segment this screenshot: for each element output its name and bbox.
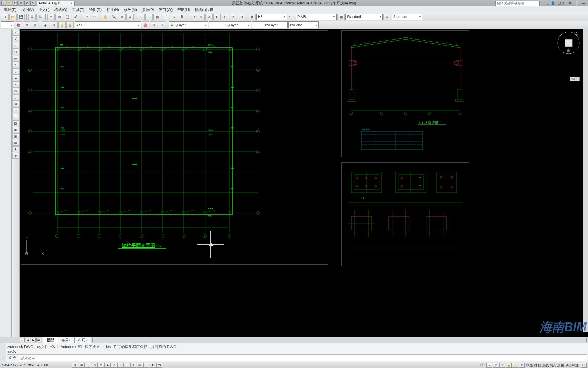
- otrack-toggle-icon[interactable]: ∠: [111, 363, 117, 368]
- layer-filter-combo[interactable]: ▾: [1, 21, 14, 28]
- layer-tools-icon[interactable]: ⊕: [31, 21, 38, 28]
- grid-toggle-icon[interactable]: ▦: [79, 363, 85, 368]
- text-style-combo[interactable]: HZ▾: [256, 14, 287, 20]
- polar-toggle-icon[interactable]: ⊕: [92, 363, 98, 368]
- tool-plot-icon[interactable]: 🖶: [28, 14, 36, 20]
- tool-dim7-icon[interactable]: ⊕: [238, 14, 245, 20]
- dim-style-combo[interactable]: DIMB▾: [296, 14, 337, 20]
- pline-icon[interactable]: ⟋: [12, 43, 19, 49]
- layer-prop-icon[interactable]: 📚: [15, 21, 22, 28]
- tool-zoomprev-icon[interactable]: ↺: [126, 14, 134, 20]
- tab-next-icon[interactable]: ▶: [31, 338, 36, 342]
- ellipse-icon[interactable]: ⬭: [12, 88, 19, 94]
- help-icon[interactable]: ❔: [574, 1, 580, 6]
- undo-icon[interactable]: ↶: [24, 1, 29, 6]
- tool-text-icon[interactable]: A: [249, 14, 256, 20]
- dyn-toggle-icon[interactable]: +: [124, 363, 130, 368]
- snap-toggle-icon[interactable]: ⊞: [72, 363, 78, 368]
- layer-match-icon[interactable]: ⚐: [158, 21, 165, 28]
- tool-dim4-icon[interactable]: ◐: [213, 14, 221, 20]
- tab-first-icon[interactable]: ⏮: [20, 338, 25, 342]
- status-scale[interactable]: 1:1: [478, 363, 486, 367]
- region-icon[interactable]: ▣: [12, 133, 19, 139]
- annoscale-icon[interactable]: ⚖: [493, 363, 499, 368]
- tool-preview-icon[interactable]: 🔍: [36, 14, 44, 20]
- tool-dim3-icon[interactable]: ⟳: [205, 14, 213, 20]
- arc-icon[interactable]: ◜: [12, 62, 19, 68]
- 3dosnap-toggle-icon[interactable]: ◈: [104, 363, 111, 368]
- plotstyle-combo[interactable]: ByColor▾: [288, 21, 319, 28]
- tool-open-icon[interactable]: 📂: [9, 14, 17, 20]
- minimize-icon[interactable]: —: [581, 1, 587, 6]
- tpy-toggle-icon[interactable]: ▤: [137, 363, 143, 368]
- menu-edit[interactable]: 编辑(E): [2, 7, 19, 13]
- layer-iso-icon[interactable]: ◈: [42, 21, 49, 28]
- layer-off-icon[interactable]: 💡: [58, 21, 66, 28]
- menu-draw[interactable]: 绘图(D): [87, 7, 104, 13]
- redo-icon[interactable]: ↷: [30, 1, 35, 6]
- coordinates[interactable]: :935620.22, -3727851.84, 0.00: [1, 363, 69, 367]
- line-icon[interactable]: ╱: [12, 30, 19, 36]
- osnap-toggle-icon[interactable]: ◻: [98, 363, 104, 368]
- color-combo[interactable]: ■ ByLayer▾: [169, 21, 208, 28]
- search-icon[interactable]: 🔍: [543, 1, 549, 6]
- tool-undo-icon[interactable]: ↶: [83, 14, 90, 20]
- am-toggle-icon[interactable]: 🗔: [156, 363, 162, 368]
- lwt-toggle-icon[interactable]: ≡: [130, 363, 136, 368]
- menu-help[interactable]: 帮助(H): [175, 7, 192, 13]
- mtext-icon[interactable]: A: [12, 146, 19, 152]
- tool-dim5-icon[interactable]: ⊙: [222, 14, 229, 20]
- wcs-badge[interactable]: WCS: [570, 77, 580, 81]
- tool-copy-icon[interactable]: ⧉: [55, 14, 63, 20]
- point-icon[interactable]: ·: [12, 114, 19, 120]
- tool-dim6-icon[interactable]: ∠: [230, 14, 237, 20]
- isolate-icon[interactable]: ◎: [519, 363, 525, 368]
- layer-combo[interactable]: ■ SEE▾: [75, 21, 141, 28]
- viewcube[interactable]: 南: [557, 31, 581, 55]
- ellarc-icon[interactable]: ◟: [12, 94, 19, 101]
- tool-dim-icon[interactable]: ⟷: [189, 14, 196, 20]
- menu-window[interactable]: 窗口(W): [157, 7, 175, 13]
- menu-insert[interactable]: 插入(I): [36, 7, 51, 13]
- menu-format[interactable]: 格式(O): [52, 7, 69, 13]
- tool-sheet-icon[interactable]: 📄: [162, 14, 169, 20]
- ml-style-combo[interactable]: Standard▾: [392, 14, 422, 20]
- hatch-icon[interactable]: ▨: [12, 120, 19, 126]
- tab-layout2[interactable]: 布局2: [74, 337, 91, 343]
- scale-dropdown-icon[interactable]: ▾: [486, 363, 492, 368]
- search-input[interactable]: [495, 1, 540, 6]
- gradient-icon[interactable]: ◐: [12, 127, 19, 133]
- lock-ui-icon[interactable]: 🔒: [506, 363, 512, 368]
- tool-table-icon[interactable]: ▦: [337, 14, 345, 20]
- exchange-icon[interactable]: ✕: [567, 1, 573, 6]
- tool-zoomwin-icon[interactable]: ⧈: [118, 14, 126, 20]
- open-icon[interactable]: 📂: [7, 1, 12, 6]
- login-label[interactable]: 登录: [557, 1, 566, 6]
- workspace-selector[interactable]: AutoCAD 经典 ▾: [37, 1, 75, 6]
- tool-prop-icon[interactable]: ☰: [137, 14, 145, 20]
- sc-toggle-icon[interactable]: ◐: [150, 363, 156, 368]
- rectangle-icon[interactable]: ▭: [12, 56, 19, 62]
- drawing-canvas[interactable]: 1 2 3 4 5 6 7 8 9 A B C D E F A: [20, 29, 588, 337]
- tool-qcalc-icon[interactable]: 🖩: [178, 14, 185, 20]
- tool-dimstyle-icon[interactable]: ⟷: [288, 14, 295, 20]
- command-input[interactable]: [19, 355, 587, 361]
- spline-icon[interactable]: ∿: [12, 81, 19, 88]
- xline-icon[interactable]: ╳: [12, 36, 19, 42]
- menu-tools[interactable]: 工具(T): [70, 7, 86, 13]
- layer-states-icon[interactable]: ⚙: [23, 21, 30, 28]
- tool-new-icon[interactable]: 🗋: [1, 14, 9, 20]
- menu-dimension[interactable]: 标注(N): [104, 7, 121, 13]
- tool-paste-icon[interactable]: 📋: [64, 14, 71, 20]
- insert-icon[interactable]: ⊞: [12, 101, 19, 107]
- tool-dim2-icon[interactable]: ⤡: [197, 14, 205, 20]
- hardware-icon[interactable]: ⚡: [512, 363, 518, 368]
- login-icon[interactable]: 👤: [550, 1, 556, 6]
- linetype-combo[interactable]: ByLayer▾: [209, 21, 251, 28]
- menu-param[interactable]: 参数(P): [140, 7, 157, 13]
- qp-toggle-icon[interactable]: ☰: [143, 363, 149, 368]
- layer-make-icon[interactable]: 🎯: [142, 21, 149, 28]
- plot-icon[interactable]: 🖶: [19, 1, 23, 6]
- addselected-icon[interactable]: ⊕: [12, 153, 19, 159]
- layer-lock-icon[interactable]: 🔒: [66, 21, 74, 28]
